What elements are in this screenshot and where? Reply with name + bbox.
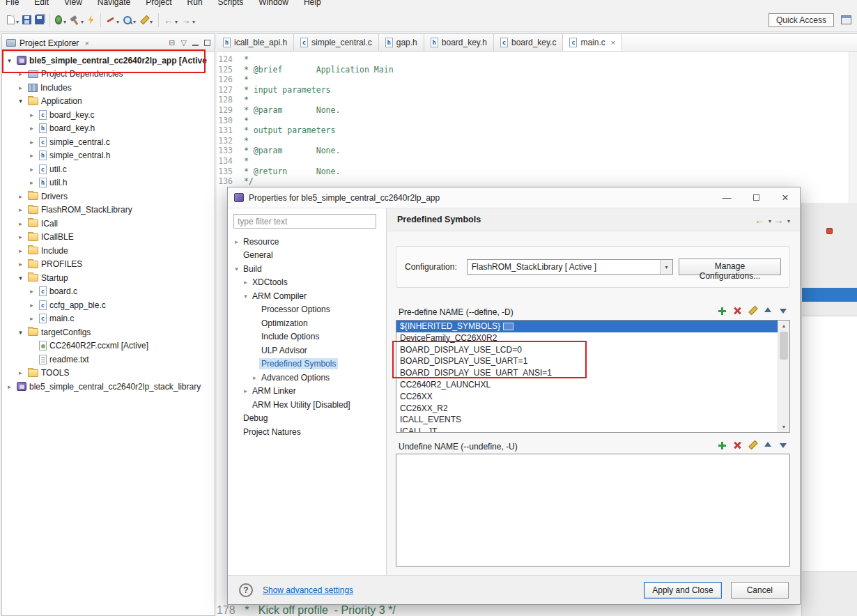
back-history-icon[interactable]: ←	[755, 214, 765, 226]
search-button[interactable]	[121, 12, 137, 29]
collapsed-arrow-icon[interactable]: ▸	[16, 193, 25, 200]
collapsed-arrow-icon[interactable]: ▸	[241, 279, 250, 286]
connect-button[interactable]	[105, 12, 121, 29]
tree-item[interactable]: ▸ICallBLE	[2, 231, 215, 245]
properties-tree-item[interactable]: ARM Hex Utility [Disabled]	[228, 398, 386, 412]
collapsed-arrow-icon[interactable]: ▸	[27, 152, 36, 159]
tree-item[interactable]: CC2640R2F.ccxml [Active]	[2, 339, 215, 353]
tree-item[interactable]: ▸ble5_simple_central_cc2640r2lp_stack_li…	[2, 380, 215, 394]
expanded-arrow-icon[interactable]: ▾	[16, 275, 25, 282]
tree-item[interactable]: ▾ble5_simple_central_cc2640r2lp_app [Act…	[2, 54, 215, 68]
editor-tab[interactable]: hgap.h	[379, 34, 424, 51]
new-dropdown-caret-icon[interactable]	[15, 14, 19, 26]
build-button[interactable]	[68, 12, 85, 29]
tree-item[interactable]: ▸PROFILES	[2, 258, 215, 272]
collapsed-arrow-icon[interactable]: ▸	[16, 369, 25, 376]
symbol-row[interactable]: ICALL_JT	[396, 426, 778, 433]
back-history-caret-icon[interactable]	[767, 213, 771, 226]
symbol-row[interactable]: ICALL_EVENTS	[396, 414, 778, 426]
collapsed-arrow-icon[interactable]: ▸	[16, 70, 25, 77]
collapsed-arrow-icon[interactable]: ▸	[16, 84, 25, 91]
help-icon[interactable]: ?	[239, 583, 253, 597]
collapsed-arrow-icon[interactable]: ▸	[5, 383, 14, 390]
expanded-arrow-icon[interactable]: ▾	[5, 57, 14, 64]
external-tools-dropdown-caret-icon[interactable]	[148, 14, 153, 26]
forward-history-caret-icon[interactable]	[786, 213, 790, 226]
menu-item-navigate[interactable]: Navigate	[98, 0, 130, 6]
tree-item[interactable]: ▸hsimple_central.h	[2, 149, 215, 163]
view-menu-icon[interactable]: ▽	[181, 38, 187, 47]
tree-item[interactable]: ▸Includes	[2, 81, 215, 95]
scroll-down-icon[interactable]	[778, 422, 789, 432]
properties-tree-item[interactable]: ▸Advanced Options	[228, 371, 386, 385]
menu-item-project[interactable]: Project	[146, 0, 171, 6]
move-up-icon[interactable]	[763, 306, 773, 316]
move-down-icon[interactable]	[778, 306, 789, 316]
properties-tree-item[interactable]: Project Natures	[228, 425, 386, 439]
tree-item[interactable]: ▸csimple_central.c	[2, 135, 215, 149]
tree-item[interactable]: ▸cutil.c	[2, 162, 215, 176]
undefine-list[interactable]	[396, 454, 790, 567]
delete-symbol-icon[interactable]	[732, 440, 743, 450]
expanded-arrow-icon[interactable]: ▾	[241, 293, 250, 300]
debug-button[interactable]	[54, 12, 68, 29]
tree-item[interactable]: ▸hutil.h	[2, 176, 215, 190]
apply-and-close-button[interactable]: Apply and Close	[644, 582, 721, 599]
back-dropdown-caret-icon[interactable]	[173, 14, 178, 26]
tree-item[interactable]: ▸cboard.c	[2, 285, 215, 299]
minimize-view-icon[interactable]	[192, 45, 199, 46]
properties-tree-item[interactable]: Debug	[228, 412, 386, 426]
properties-tree-item[interactable]: ▾ARM Compiler	[228, 289, 386, 303]
close-window-icon[interactable]: ×	[771, 187, 800, 208]
collapsed-arrow-icon[interactable]: ▸	[16, 220, 25, 227]
collapsed-arrow-icon[interactable]: ▸	[16, 261, 25, 268]
symbol-row[interactable]: CC26XX_R2	[396, 403, 778, 415]
collapse-all-icon[interactable]: ⊟	[169, 38, 175, 47]
collapsed-arrow-icon[interactable]: ▸	[27, 288, 36, 295]
build-dropdown-caret-icon[interactable]	[79, 14, 84, 26]
properties-tree-item[interactable]: Include Options	[228, 330, 386, 344]
list-scrollbar[interactable]	[778, 321, 789, 432]
menu-item-help[interactable]: Help	[304, 0, 321, 6]
add-symbol-icon[interactable]	[717, 306, 727, 316]
predefine-list[interactable]: ${INHERITED_SYMBOLS}DeviceFamily_CC26X0R…	[396, 320, 790, 433]
menu-item-edit[interactable]: Edit	[34, 0, 49, 6]
properties-tree-item[interactable]: ▸ARM Linker	[228, 385, 386, 399]
properties-tree-item[interactable]: General	[228, 249, 386, 263]
expanded-arrow-icon[interactable]: ▾	[16, 329, 25, 336]
collapsed-arrow-icon[interactable]: ▸	[27, 315, 36, 322]
tree-item[interactable]: readme.txt	[2, 353, 215, 367]
editor-tab[interactable]: hboard_key.h	[424, 34, 494, 51]
tree-item[interactable]: ▸TOOLS	[2, 367, 215, 380]
editor-tab[interactable]: csimple_central.c	[294, 34, 379, 51]
move-down-icon[interactable]	[778, 440, 789, 450]
properties-tree-item[interactable]: ▾Build	[228, 262, 386, 276]
properties-tree-item[interactable]: Processor Options	[228, 303, 386, 317]
search-dropdown-caret-icon[interactable]	[132, 14, 136, 26]
close-tab-icon[interactable]: ×	[611, 38, 615, 47]
save-button[interactable]	[21, 12, 33, 29]
tree-item[interactable]: ▾Startup	[2, 271, 215, 285]
tree-item[interactable]: ▸FlashROM_StackLibrary	[2, 203, 215, 217]
maximize-window-icon[interactable]	[741, 187, 771, 208]
symbol-row[interactable]: BOARD_DISPLAY_USE_UART=1	[396, 355, 778, 367]
save-all-button[interactable]	[33, 12, 45, 29]
symbol-row[interactable]: BOARD_DISPLAY_USE_UART_ANSI=1	[396, 367, 778, 379]
flash-button[interactable]	[86, 12, 96, 29]
add-symbol-icon[interactable]	[717, 440, 727, 450]
inline-edit-icon[interactable]	[503, 323, 514, 330]
tree-item[interactable]: ▸Drivers	[2, 190, 215, 203]
symbol-row[interactable]: CC26XX	[396, 391, 778, 403]
properties-tree-item[interactable]: ▸Resource	[228, 235, 386, 249]
tree-item[interactable]: ▸cboard_key.c	[2, 108, 215, 122]
collapsed-arrow-icon[interactable]: ▸	[27, 139, 36, 146]
scroll-up-icon[interactable]	[778, 321, 789, 331]
menu-item-run[interactable]: Run	[187, 0, 203, 6]
back-button[interactable]: ←	[162, 12, 179, 29]
open-perspective-icon[interactable]	[841, 15, 851, 24]
tree-item[interactable]: ▸ICall	[2, 217, 215, 231]
configuration-select[interactable]: FlashROM_StackLibrary [ Active ] ▾	[467, 259, 673, 275]
collapsed-arrow-icon[interactable]: ▸	[16, 233, 25, 240]
tree-item[interactable]: ▸hboard_key.h	[2, 122, 215, 136]
forward-button[interactable]: →	[180, 12, 196, 29]
